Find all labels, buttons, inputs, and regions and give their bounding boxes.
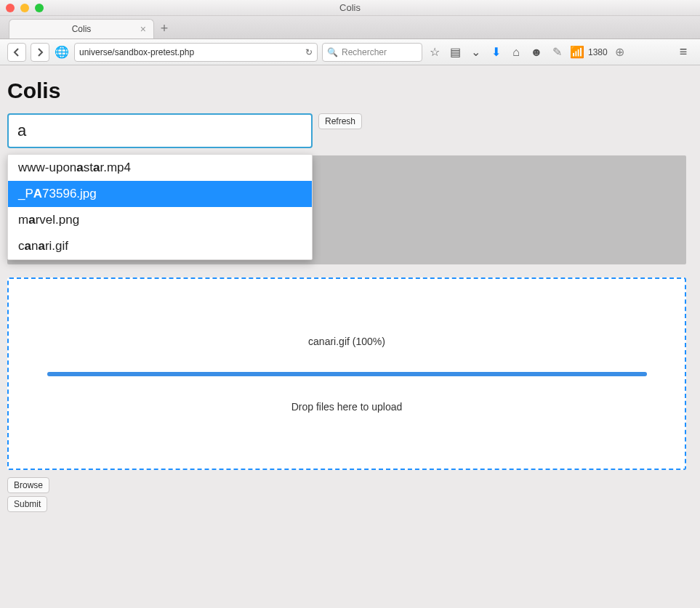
reader-icon[interactable]: ▤: [447, 45, 463, 59]
arrow-right-icon: [35, 47, 45, 57]
close-tab-icon[interactable]: ×: [140, 23, 146, 35]
download-icon[interactable]: ⬇: [488, 45, 504, 59]
page-content: Colis Refresh www-uponastar.mp4 _PA73596…: [0, 65, 700, 521]
upload-progress-bar: [47, 372, 647, 376]
close-window-button[interactable]: [6, 4, 15, 12]
url-text: universe/sandbox-pretest.php: [79, 47, 194, 57]
autocomplete-item-selected[interactable]: _PA73596.jpg: [8, 181, 312, 207]
library-search-input[interactable]: [7, 113, 313, 148]
browser-search-placeholder: Rechercher: [342, 47, 387, 57]
browser-toolbar: 🌐 universe/sandbox-pretest.php ↻ 🔍 Reche…: [0, 39, 700, 65]
chat-icon[interactable]: ☻: [528, 46, 544, 59]
reload-icon[interactable]: ↻: [305, 47, 313, 57]
submit-button[interactable]: Submit: [7, 496, 47, 512]
autocomplete-item[interactable]: canari.gif: [8, 233, 312, 259]
rss-count: 1380: [588, 47, 608, 57]
window-title: Colis: [0, 2, 700, 13]
autocomplete-item[interactable]: marvel.png: [8, 207, 312, 233]
browser-search-bar[interactable]: 🔍 Rechercher: [322, 43, 422, 62]
upload-file-status: canari.gif (100%): [308, 336, 385, 347]
pocket-icon[interactable]: ⌄: [467, 45, 483, 59]
upload-dropzone[interactable]: canari.gif (100%) Drop files here to upl…: [7, 277, 686, 470]
search-row: Refresh: [7, 113, 693, 148]
page-title: Colis: [7, 78, 693, 103]
zoom-window-button[interactable]: [35, 4, 44, 12]
dropzone-hint: Drop files here to upload: [291, 401, 403, 413]
traffic-lights: [6, 4, 44, 12]
sync-icon[interactable]: ⊕: [612, 45, 628, 59]
autocomplete-item[interactable]: www-uponastar.mp4: [8, 155, 312, 181]
annotation-arrows: [0, 521, 700, 608]
rss-icon: 📶: [569, 45, 585, 59]
browser-tab-title: Colis: [72, 24, 92, 34]
new-tab-button[interactable]: +: [154, 19, 174, 38]
search-icon: 🔍: [327, 47, 338, 57]
autocomplete-dropdown: www-uponastar.mp4 _PA73596.jpg marvel.pn…: [7, 154, 313, 260]
rss-indicator[interactable]: 📶 1380: [569, 45, 608, 59]
browse-button[interactable]: Browse: [7, 477, 49, 493]
minimize-window-button[interactable]: [20, 4, 29, 12]
url-bar[interactable]: universe/sandbox-pretest.php ↻: [74, 43, 318, 62]
bookmark-star-icon[interactable]: ☆: [427, 45, 443, 59]
addon-icon[interactable]: ✎: [549, 45, 565, 59]
arrow-left-icon: [12, 47, 22, 57]
refresh-button[interactable]: Refresh: [318, 113, 362, 129]
window-titlebar: Colis: [0, 0, 700, 16]
browser-tab-strip: Colis × +: [0, 16, 700, 39]
home-icon[interactable]: ⌂: [508, 46, 524, 59]
forward-button[interactable]: [31, 43, 49, 62]
upload-progress-fill: [47, 372, 647, 376]
globe-icon: 🌐: [54, 45, 70, 59]
browser-tab[interactable]: Colis ×: [9, 19, 154, 38]
hamburger-menu-icon[interactable]: ≡: [674, 44, 693, 60]
back-button[interactable]: [7, 43, 26, 62]
